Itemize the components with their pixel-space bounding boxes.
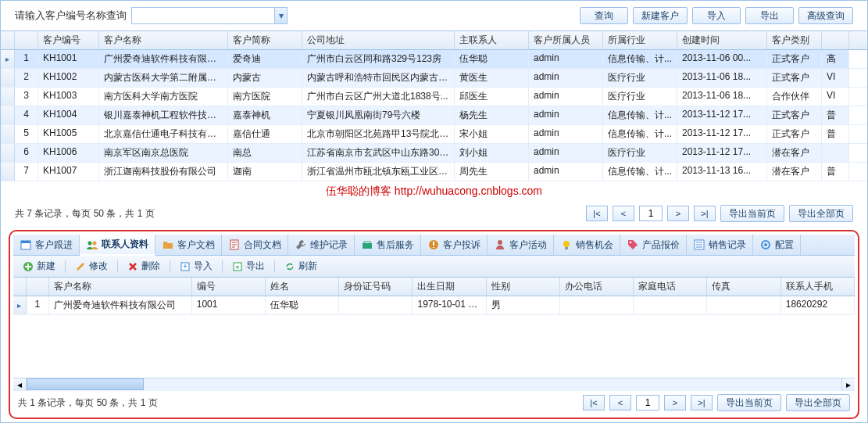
col-header[interactable]: 编号 bbox=[192, 278, 266, 296]
pager-page-input[interactable] bbox=[639, 206, 663, 221]
table-row[interactable]: 4KH1004银川嘉泰神机工程软件技术...嘉泰神机宁夏银川凤凰南街79号六楼杨… bbox=[1, 106, 867, 125]
col-header[interactable]: 办公电话 bbox=[560, 278, 634, 296]
combo-arrow-icon[interactable]: ▾ bbox=[274, 8, 287, 23]
tab-people[interactable]: 联系人资料 bbox=[80, 235, 155, 256]
tab-list[interactable]: 销售记录 bbox=[687, 235, 753, 255]
pager-next-button[interactable]: > bbox=[667, 206, 689, 221]
table-row[interactable]: 6KH1006南京军区南京总医院南总江苏省南京市玄武区中山东路305号刘小姐ad… bbox=[1, 144, 867, 163]
export-button[interactable]: 导出 bbox=[745, 7, 794, 24]
export-all-pages-button[interactable]: 导出全部页 bbox=[789, 205, 853, 222]
detail-pager-page-input[interactable] bbox=[636, 395, 659, 410]
tab-bulb[interactable]: 销售机会 bbox=[554, 235, 620, 255]
row-handle[interactable] bbox=[1, 125, 15, 143]
new-customer-button[interactable]: 新建客户 bbox=[633, 7, 688, 24]
contract-icon bbox=[228, 238, 241, 251]
cell: admin bbox=[529, 144, 603, 162]
row-number: 1 bbox=[27, 296, 49, 314]
col-header[interactable]: 出生日期 bbox=[413, 278, 486, 296]
cell: 医疗行业 bbox=[603, 88, 677, 106]
tab-complaint[interactable]: 客户投诉 bbox=[421, 235, 488, 255]
svg-rect-5 bbox=[363, 243, 372, 249]
row-handle[interactable] bbox=[1, 163, 15, 181]
tab-wrench[interactable]: 维护记录 bbox=[288, 235, 355, 255]
tab-activity[interactable]: 客户活动 bbox=[488, 235, 554, 255]
col-header[interactable]: 所属行业 bbox=[603, 31, 677, 49]
detail-export-current-page-button[interactable]: 导出当前页 bbox=[717, 394, 781, 411]
tool-import-button[interactable]: 导入 bbox=[175, 258, 217, 274]
col-header[interactable] bbox=[822, 31, 849, 49]
pager-first-button[interactable]: |< bbox=[586, 206, 608, 221]
detail-pager-prev-button[interactable]: < bbox=[609, 395, 631, 410]
advanced-query-button[interactable]: 高级查询 bbox=[798, 7, 853, 24]
query-button[interactable]: 查询 bbox=[580, 7, 628, 24]
row-handle[interactable] bbox=[1, 144, 15, 162]
col-header[interactable]: 创建时间 bbox=[677, 31, 767, 49]
col-header[interactable]: 性别 bbox=[487, 278, 560, 296]
row-number: 6 bbox=[15, 144, 38, 162]
col-header[interactable]: 身份证号码 bbox=[339, 278, 413, 296]
detail-grid-header: 客户名称编号姓名身份证号码出生日期性别办公电话家庭电话传真联系人手机 bbox=[13, 278, 855, 296]
folder-icon bbox=[162, 238, 174, 251]
row-number: 7 bbox=[15, 163, 38, 181]
cell: 宁夏银川凤凰南街79号六楼 bbox=[302, 106, 455, 124]
col-header[interactable]: 客户类别 bbox=[767, 31, 822, 49]
tab-service[interactable]: 售后服务 bbox=[355, 235, 421, 255]
detail-pager-first-button[interactable]: |< bbox=[583, 395, 605, 410]
svg-point-2 bbox=[88, 241, 92, 245]
tool-export-button[interactable]: 导出 bbox=[227, 258, 270, 274]
pager-last-button[interactable]: >| bbox=[694, 206, 716, 221]
grid-body[interactable]: ▸1KH1001广州爱奇迪软件科技有限公司爱奇迪广州市白云区同和路329号123… bbox=[1, 50, 867, 181]
tab-config[interactable]: 配置 bbox=[753, 235, 801, 255]
tool-refresh-button[interactable]: 刷新 bbox=[280, 258, 322, 274]
cell bbox=[339, 296, 413, 314]
rownum-header bbox=[27, 278, 49, 296]
import-button[interactable]: 导入 bbox=[692, 7, 741, 24]
col-header[interactable]: 客户所属人员 bbox=[529, 31, 603, 49]
table-row[interactable]: ▸1KH1001广州爱奇迪软件科技有限公司爱奇迪广州市白云区同和路329号123… bbox=[1, 50, 867, 69]
col-header[interactable]: 客户名称 bbox=[49, 278, 192, 296]
row-handle[interactable] bbox=[1, 106, 15, 124]
detail-export-all-pages-button[interactable]: 导出全部页 bbox=[786, 394, 850, 411]
col-header[interactable]: 客户名称 bbox=[99, 31, 228, 49]
detail-pager-last-button[interactable]: >| bbox=[691, 395, 713, 410]
table-row[interactable]: 5KH1005北京嘉信仕通电子科技有限...嘉信仕通北京市朝阳区北苑路甲13号院… bbox=[1, 125, 867, 144]
row-handle[interactable]: ▸ bbox=[1, 50, 15, 68]
table-row[interactable]: 2KH1002内蒙古医科大学第二附属医院内蒙古内蒙古呼和浩特市回民区内蒙古医..… bbox=[1, 69, 867, 88]
tab-tag[interactable]: 产品报价 bbox=[620, 235, 687, 255]
col-header[interactable]: 联系人手机 bbox=[781, 278, 855, 296]
row-handle[interactable] bbox=[1, 88, 15, 106]
tool-new-button[interactable]: 新建 bbox=[18, 258, 60, 274]
tool-edit-button[interactable]: 修改 bbox=[70, 258, 113, 274]
horizontal-scrollbar[interactable]: ◂ ▸ bbox=[13, 378, 855, 391]
tab-label: 销售记录 bbox=[709, 238, 746, 252]
col-header[interactable]: 家庭电话 bbox=[634, 278, 707, 296]
complaint-icon bbox=[427, 238, 440, 251]
col-header[interactable]: 传真 bbox=[707, 278, 780, 296]
row-handle[interactable] bbox=[1, 69, 15, 87]
table-row[interactable]: ▸1广州爱奇迪软件科技有限公司1001伍华聪1978-10-01 00...男1… bbox=[13, 296, 855, 315]
table-row[interactable]: 7KH1007浙江迦南科技股份有限公司迦南浙江省温州市瓯北镇东瓯工业区园...周… bbox=[1, 163, 867, 181]
tab-calendar[interactable]: 客户跟进 bbox=[13, 235, 80, 255]
cell: KH1007 bbox=[38, 163, 99, 181]
tab-folder[interactable]: 客户文档 bbox=[155, 235, 222, 255]
tab-contract[interactable]: 合同文档 bbox=[222, 235, 288, 255]
detail-pager-next-button[interactable]: > bbox=[664, 395, 686, 410]
search-input[interactable] bbox=[132, 10, 274, 21]
cell: admin bbox=[529, 106, 603, 124]
search-combo[interactable]: ▾ bbox=[131, 7, 288, 24]
row-handle[interactable]: ▸ bbox=[13, 296, 27, 314]
detail-grid-body[interactable]: ▸1广州爱奇迪软件科技有限公司1001伍华聪1978-10-01 00...男1… bbox=[13, 296, 855, 378]
col-header[interactable]: 姓名 bbox=[266, 278, 339, 296]
tool-delete-button[interactable]: 删除 bbox=[123, 258, 165, 274]
export-current-page-button[interactable]: 导出当前页 bbox=[720, 205, 784, 222]
table-row[interactable]: 3KH1003南方医科大学南方医院南方医院广州市白云区广州大道北1838号...… bbox=[1, 88, 867, 106]
cell: KH1006 bbox=[38, 144, 99, 162]
pager-prev-button[interactable]: < bbox=[613, 206, 634, 221]
col-header[interactable]: 公司地址 bbox=[302, 31, 455, 49]
cell: VI bbox=[822, 69, 849, 87]
cell: 潜在客户 bbox=[767, 144, 822, 162]
col-header[interactable]: 客户简称 bbox=[228, 31, 302, 49]
col-header[interactable]: 主联系人 bbox=[455, 31, 529, 49]
tab-label: 合同文档 bbox=[244, 238, 281, 252]
col-header[interactable]: 客户编号 bbox=[38, 31, 99, 49]
